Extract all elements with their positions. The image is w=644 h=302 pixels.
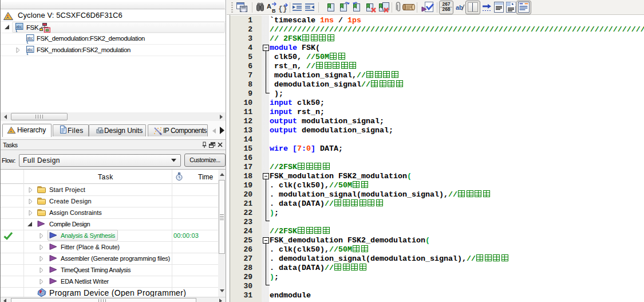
- svg-text:{}: {}: [278, 5, 287, 13]
- svg-text:abc: abc: [16, 25, 22, 29]
- svg-text:B: B: [272, 8, 276, 13]
- svg-text:abc: abc: [27, 48, 33, 52]
- svg-text:A: A: [267, 3, 271, 10]
- svg-text:abc: abc: [27, 36, 33, 40]
